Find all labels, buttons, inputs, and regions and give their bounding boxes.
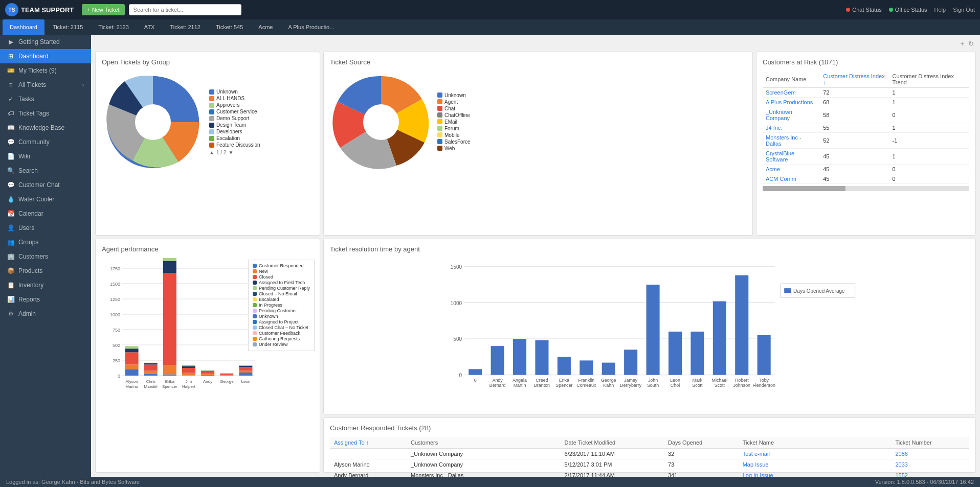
content-area: + ↻ Open Tickets by Group [91,35,980,477]
resp-col-header[interactable]: Ticket Name [739,437,892,449]
legend-page-up[interactable]: ▲ [209,150,214,155]
resp-customers: _Unknown Company [407,449,561,459]
risk-col-trend[interactable]: Customer Distress Index Trend [889,71,969,88]
company-link[interactable]: J4 Inc. [763,123,820,133]
sidebar-item-tasks[interactable]: ✓Tasks [0,92,91,106]
risk-table-row: CrystalBlue Software451 [763,149,969,165]
risk-col-company[interactable]: Company Name [763,71,820,88]
resp-ticket-name[interactable]: Test e-mail [739,449,892,459]
sidebar-label: Reports [18,296,40,303]
sidebar-item-calendar[interactable]: 📅Calendar [0,206,91,221]
resp-col-header[interactable]: Ticket Number [891,437,969,449]
resp-assigned: Andy Bernard [330,470,407,477]
tab-acme[interactable]: Acme [251,19,280,35]
svg-rect-31 [163,375,176,376]
legend-color [209,103,214,108]
resp-col-header[interactable]: Customers [407,437,561,449]
help-link[interactable]: Help [934,7,946,13]
sidebar-item-reports[interactable]: 📊Reports [0,292,91,307]
ticket-source-card: Ticket Source UnknownAgentChatChatOfflin… [323,52,753,236]
legend-label: Closed Chat – No Ticket [259,325,308,330]
svg-text:500: 500 [453,336,462,342]
new-ticket-button[interactable]: + New Ticket [82,4,124,15]
tab-ticket:-545[interactable]: Ticket: 545 [209,19,250,35]
sidebar-icon: ▶ [7,38,14,45]
sidebar-item-water-cooler[interactable]: 💧Water Cooler [0,192,91,206]
svg-text:1500: 1500 [110,282,120,287]
tab-ticket:-2115[interactable]: Ticket: 2115 [46,19,91,35]
svg-rect-45 [201,372,214,374]
resp-col-header[interactable]: Assigned To ↑ [330,437,407,449]
company-link[interactable]: Monsters Inc - Dallas [763,133,820,149]
company-link[interactable]: Acme [763,165,820,174]
agent-legend-item: Assigned to Field Tech [253,280,310,285]
svg-rect-19 [125,369,139,376]
resp-col-header[interactable]: Date Ticket Modified [561,437,664,449]
signout-link[interactable]: Sign Out [953,7,975,13]
legend-color [253,297,257,302]
svg-rect-95 [758,335,771,375]
sidebar-item-customers[interactable]: 🏢Customers [0,249,91,264]
legend-label: Escalation [216,135,240,141]
sidebar-item-dashboard[interactable]: ⊞Dashboard [0,49,91,63]
company-link[interactable]: CrystalBlue Software [763,149,820,165]
legend-item: Feature Discussion [209,142,260,148]
tab-ticket:-2112[interactable]: Ticket: 2112 [163,19,208,35]
legend-color [253,320,257,324]
resp-ticket-number[interactable]: 2086 [891,449,969,459]
svg-rect-75 [535,340,548,375]
svg-rect-44 [201,374,214,375]
sidebar-item-my-tickets-9[interactable]: 🎫My Tickets (9) [0,63,91,78]
legend-color [253,269,257,273]
company-link[interactable]: ACM Comm [763,174,820,184]
tab-a-plus-productio...[interactable]: A Plus Productio... [281,19,341,35]
risk-col-index[interactable]: Customer Distress Index ↓ [820,71,889,88]
sidebar-item-admin[interactable]: ⚙Admin [0,307,91,321]
sidebar-label: All Tickets [18,81,46,88]
risk-table-scroll[interactable]: Company Name Customer Distress Index ↓ C… [763,71,969,184]
company-link[interactable]: ScreenGem [763,88,820,98]
sidebar-item-search[interactable]: 🔍Search [0,164,91,178]
svg-text:750: 750 [113,328,120,333]
refresh-button[interactable]: ↻ [968,40,974,48]
company-link[interactable]: _Unknown Company [763,107,820,123]
logo: TS TEAM SUPPORT [5,3,74,16]
sidebar-item-groups[interactable]: 👥Groups [0,235,91,249]
legend-page-down[interactable]: ▼ [228,150,233,155]
responded-table-row: Andy Bernard Monsters Inc - Dallas 2/17/… [330,470,969,477]
risk-scrollbar-thumb[interactable] [763,186,845,191]
sidebar-item-ticket-tags[interactable]: 🏷Ticket Tags [0,106,91,121]
legend-color [209,96,214,101]
sidebar-label: Tasks [18,96,34,103]
tab-dashboard[interactable]: Dashboard [3,19,44,35]
sidebar-item-community[interactable]: 💬Community [0,135,91,149]
resp-ticket-number[interactable]: 2033 [891,459,969,470]
topbar: TS TEAM SUPPORT + New Ticket Chat Status… [0,0,980,19]
sidebar-item-knowledge-base[interactable]: 📖Knowledge Base [0,121,91,135]
tab-ticket:-2123[interactable]: Ticket: 2123 [91,19,136,35]
legend-label: Customer Feedback [259,331,300,336]
sidebar-item-wiki[interactable]: 📄Wiki [0,149,91,164]
sidebar-item-all-tickets[interactable]: ≡All Tickets› [0,78,91,92]
company-link[interactable]: A Plus Productions [763,98,820,107]
legend-label: Closed – No Email [259,291,297,296]
responded-table-wrap[interactable]: Assigned To ↑CustomersDate Ticket Modifi… [330,437,969,477]
risk-horizontal-scrollbar[interactable] [763,186,969,191]
legend-label: Developers [216,129,242,134]
sidebar-item-getting-started[interactable]: ▶Getting Started [0,35,91,49]
resp-col-header[interactable]: Days Opened [664,437,739,449]
sidebar-item-inventory[interactable]: 📋Inventory [0,278,91,292]
tab-atx[interactable]: ATX [137,19,162,35]
agent-perf-card: Agent performance 0250500750100012501500… [95,239,320,473]
legend-item: Approvers [209,102,260,108]
search-input[interactable] [129,4,241,15]
svg-rect-34 [163,261,176,273]
add-widget-button[interactable]: + [960,40,964,48]
svg-rect-37 [182,375,195,376]
sidebar-item-users[interactable]: 👤Users [0,221,91,235]
sidebar-item-products[interactable]: 📦Products [0,264,91,278]
sidebar-item-customer-chat[interactable]: 💬Customer Chat [0,178,91,192]
resp-ticket-number[interactable]: 1552 [891,470,969,477]
resp-ticket-name[interactable]: Map Issue [739,459,892,470]
resp-ticket-name[interactable]: Log In Issue [739,470,892,477]
